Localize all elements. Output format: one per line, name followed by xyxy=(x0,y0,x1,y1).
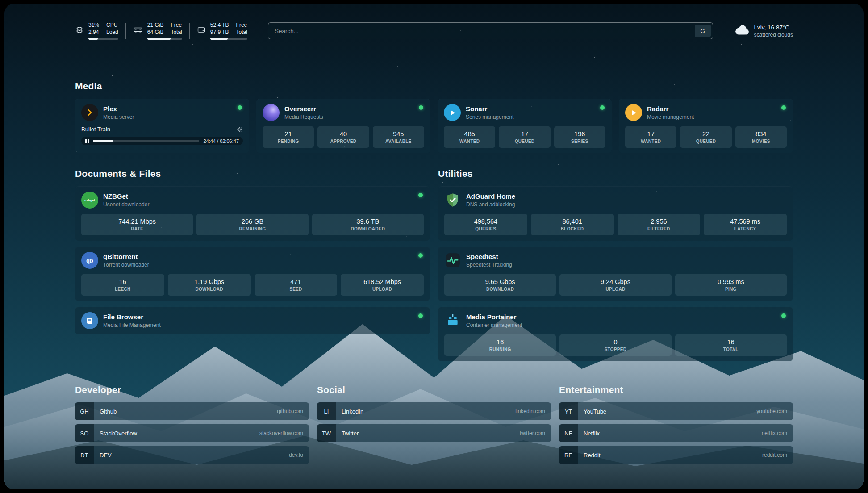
bookmark-reddit[interactable]: RE Reddit reddit.com xyxy=(559,446,793,464)
stat-label: QUEUED xyxy=(501,139,548,144)
stat-value: 16 xyxy=(446,338,554,346)
stat-label: LATENCY xyxy=(705,226,785,231)
stat-label: AVAILABLE xyxy=(375,139,422,144)
stat-label: SERIES xyxy=(556,139,604,144)
cpu-icon xyxy=(75,25,84,36)
bookmark-stackoverflow[interactable]: SO StackOverflow stackoverflow.com xyxy=(75,424,309,442)
service-title: NZBGet xyxy=(103,192,149,201)
bookmark-abbr: DT xyxy=(75,446,94,464)
bookmark-twitter[interactable]: TW Twitter twitter.com xyxy=(317,424,551,442)
service-card-qbittorrent[interactable]: qb qBittorrent Torrent downloader 16LEEC… xyxy=(75,246,430,301)
nzbget-icon: nzbget xyxy=(81,192,98,209)
stat-label: FILTERED xyxy=(619,226,699,231)
bookmark-url: twitter.com xyxy=(520,430,551,436)
status-dot-online xyxy=(418,313,423,318)
bookmark-name: Twitter xyxy=(336,430,520,437)
memory-progress-fill xyxy=(147,38,171,40)
weather-condition: scattered clouds xyxy=(754,32,793,38)
bookmark-name: Github xyxy=(94,408,277,415)
cpu-usage-label: CPU xyxy=(106,22,118,29)
service-card-radarr[interactable]: Radarr Movie management 17WANTED 22QUEUE… xyxy=(619,99,793,153)
service-title: Speedtest xyxy=(466,253,512,261)
cloud-icon xyxy=(734,24,750,38)
search-input[interactable] xyxy=(268,22,713,39)
middle-sections: Documents & Files nzbget NZBGet Usenet d… xyxy=(75,168,793,361)
stat-box: 16TOTAL xyxy=(675,334,787,356)
stat-value: 16 xyxy=(83,278,163,285)
service-card-nzbget[interactable]: nzbget NZBGet Usenet downloader 744.21 M… xyxy=(75,186,430,241)
service-card-plex[interactable]: Plex Media server Bullet Train xyxy=(75,99,249,153)
stat-value: 1.19 Gbps xyxy=(170,278,249,285)
card-titles: File Browser Media File Management xyxy=(103,313,161,328)
service-subtitle: Usenet downloader xyxy=(103,201,149,208)
bookmark-name: StackOverflow xyxy=(94,430,259,437)
status-dot-online xyxy=(600,105,605,110)
service-card-speedtest[interactable]: Speedtest Speedtest Tracking 9.65 GbpsDO… xyxy=(438,246,793,301)
stats-row: 16LEECH 1.19 GbpsDOWNLOAD 471SEED 618.52… xyxy=(81,274,424,296)
service-card-portainer[interactable]: Media Portainer Container management 16R… xyxy=(438,307,793,361)
bookmark-url: stackoverflow.com xyxy=(259,430,309,436)
service-subtitle: Container management xyxy=(466,322,522,328)
pause-icon[interactable] xyxy=(85,139,89,143)
card-titles: AdGuard Home DNS and adblocking xyxy=(466,192,515,208)
bookmark-abbr: YT xyxy=(559,402,578,420)
card-header: AdGuard Home DNS and adblocking xyxy=(444,192,787,209)
stat-label: TOTAL xyxy=(677,347,785,352)
bookmark-dev[interactable]: DT DEV dev.to xyxy=(75,446,309,464)
card-titles: Media Portainer Container management xyxy=(466,313,522,328)
service-card-filebrowser[interactable]: File Browser Media File Management xyxy=(75,307,430,334)
service-card-adguard[interactable]: AdGuard Home DNS and adblocking 498,564Q… xyxy=(438,186,793,241)
service-title: qBittorrent xyxy=(103,253,149,261)
divider xyxy=(189,23,190,39)
stat-label: APPROVED xyxy=(319,139,367,144)
stat-label: QUERIES xyxy=(446,226,526,231)
weather-widget[interactable]: Lviv, 16.87°C scattered clouds xyxy=(734,24,793,38)
stat-box: 471SEED xyxy=(255,274,338,296)
stat-value: 196 xyxy=(556,130,604,138)
stat-label: DOWNLOAD xyxy=(446,287,554,292)
service-title: Radarr xyxy=(647,105,694,113)
stat-box: 498,564QUERIES xyxy=(444,214,527,235)
stat-label: WANTED xyxy=(446,139,493,144)
filebrowser-icon xyxy=(81,312,98,329)
search-provider-button[interactable]: G xyxy=(695,25,711,37)
bookmark-name: DEV xyxy=(94,452,289,459)
bookmark-name: LinkedIn xyxy=(336,408,515,415)
stat-box: 47.569 msLATENCY xyxy=(704,214,787,235)
bookmark-group-entertainment: Entertainment YT YouTube youtube.com NF … xyxy=(559,384,793,468)
status-dot-online xyxy=(419,105,423,110)
plex-player-bar[interactable]: 24:44 / 02:06:47 xyxy=(81,137,243,145)
service-card-overseerr[interactable]: Overseerr Media Requests 21PENDING 40APP… xyxy=(256,99,430,153)
memory-icon xyxy=(133,25,143,37)
bookmark-youtube[interactable]: YT YouTube youtube.com xyxy=(559,402,793,420)
stat-value: 17 xyxy=(501,130,548,138)
divider xyxy=(125,23,126,39)
status-dot-online xyxy=(238,105,242,110)
gear-icon[interactable] xyxy=(237,126,243,133)
stat-value: 39.6 TB xyxy=(314,218,422,225)
memory-stats: 21 GiB 64 GiB Free Total xyxy=(147,22,182,40)
stat-value: 945 xyxy=(375,130,422,138)
stats-row: 9.65 GbpsDOWNLOAD 9.24 GbpsUPLOAD 0.993 … xyxy=(444,274,787,296)
bookmark-netflix[interactable]: NF Netflix netflix.com xyxy=(559,424,793,442)
disk-progress-fill xyxy=(210,38,228,40)
card-header: qb qBittorrent Torrent downloader xyxy=(81,252,424,269)
stat-label: RATE xyxy=(83,226,191,231)
bookmark-rows: LI LinkedIn linkedin.com TW Twitter twit… xyxy=(317,402,551,442)
speedtest-icon xyxy=(444,252,461,269)
memory-free-label: Free xyxy=(171,22,182,29)
service-subtitle: Movie management xyxy=(647,114,694,120)
bookmark-abbr: RE xyxy=(559,446,578,464)
bookmark-abbr: TW xyxy=(317,424,336,442)
weather-location: Lviv, 16.87°C xyxy=(754,24,793,31)
stat-label: PING xyxy=(677,287,785,292)
card-header: nzbget NZBGet Usenet downloader xyxy=(81,192,424,209)
service-card-sonarr[interactable]: Sonarr Series management 485WANTED 17QUE… xyxy=(438,99,612,153)
bookmark-abbr: GH xyxy=(75,402,94,420)
bookmark-rows: YT YouTube youtube.com NF Netflix netfli… xyxy=(559,402,793,464)
stat-label: STOPPED xyxy=(561,347,669,352)
bookmark-linkedin[interactable]: LI LinkedIn linkedin.com xyxy=(317,402,551,420)
stat-box: 744.21 MbpsRATE xyxy=(81,214,193,235)
bookmark-github[interactable]: GH Github github.com xyxy=(75,402,309,420)
stats-row: 485WANTED 17QUEUED 196SERIES xyxy=(444,126,605,148)
